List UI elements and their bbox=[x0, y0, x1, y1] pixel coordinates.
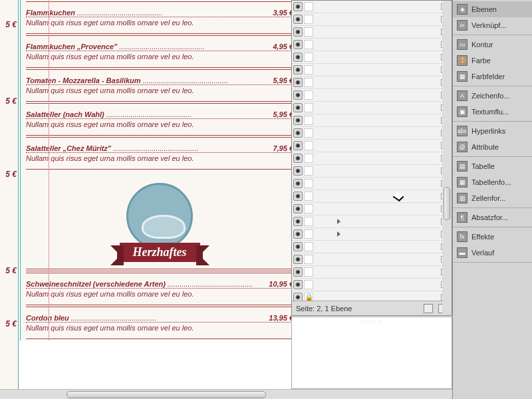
lock-cell[interactable] bbox=[304, 141, 313, 150]
visibility-icon[interactable] bbox=[293, 217, 303, 226]
lock-cell[interactable] bbox=[304, 255, 313, 264]
layer-row[interactable] bbox=[292, 215, 452, 228]
visibility-icon[interactable] bbox=[293, 78, 303, 87]
menu-item[interactable]: Flammkuchen „Provence" .................… bbox=[21, 41, 291, 62]
panel-tab-farbe[interactable]: 🎨Farbe bbox=[453, 53, 532, 68]
lock-cell[interactable] bbox=[304, 53, 313, 62]
visibility-icon[interactable] bbox=[293, 267, 303, 277]
layer-row[interactable] bbox=[292, 26, 452, 39]
panel-dock[interactable]: ◈Ebenen∞Verknüpf...▭Kontur🎨Farbe▦Farbfel… bbox=[452, 0, 532, 399]
visibility-icon[interactable] bbox=[293, 128, 303, 138]
layers-scrollbar[interactable] bbox=[442, 1, 452, 301]
panel-tab-attribute[interactable]: @Attribute bbox=[453, 139, 532, 155]
layer-row[interactable]: 🔒 bbox=[292, 291, 452, 301]
visibility-icon[interactable] bbox=[293, 27, 303, 37]
layer-row[interactable] bbox=[292, 165, 452, 178]
lock-cell[interactable] bbox=[304, 128, 313, 138]
visibility-icon[interactable] bbox=[293, 103, 303, 112]
layers-panel[interactable]: 🔒 Seite: 2, 1 Ebene bbox=[291, 0, 452, 316]
visibility-icon[interactable] bbox=[293, 242, 303, 251]
visibility-icon[interactable] bbox=[293, 255, 303, 264]
menu-item[interactable]: Schweineschnitzel (verschiedene Arten) .… bbox=[21, 279, 291, 299]
layer-row[interactable] bbox=[292, 114, 452, 127]
new-layer-icon[interactable] bbox=[424, 304, 433, 313]
layer-row[interactable] bbox=[292, 39, 452, 51]
panel-tab-zellenfor[interactable]: ▥Zellenfor... bbox=[453, 190, 532, 206]
menu-item[interactable]: Salatteller „Chez Müritz" ..............… bbox=[21, 143, 291, 164]
lock-cell[interactable] bbox=[304, 78, 313, 87]
panel-tab-farbfelder[interactable]: ▦Farbfelder bbox=[453, 68, 532, 84]
visibility-icon[interactable] bbox=[293, 40, 303, 49]
layer-row[interactable] bbox=[292, 178, 452, 190]
layer-row[interactable] bbox=[292, 102, 452, 114]
lock-cell[interactable] bbox=[304, 27, 313, 37]
visibility-icon[interactable] bbox=[293, 53, 303, 62]
layer-row[interactable] bbox=[292, 76, 452, 89]
visibility-icon[interactable] bbox=[293, 166, 303, 176]
menu-item[interactable]: Cordon bleu ............................… bbox=[21, 313, 291, 333]
panel-tab-tabellenfo[interactable]: ▦Tabellenfo... bbox=[453, 174, 532, 190]
layer-row[interactable] bbox=[292, 203, 452, 215]
expand-icon[interactable] bbox=[337, 231, 340, 237]
visibility-icon[interactable] bbox=[293, 154, 303, 163]
visibility-icon[interactable] bbox=[293, 293, 303, 301]
lock-cell[interactable] bbox=[304, 154, 313, 163]
panel-tab-absatzfor[interactable]: ¶Absatzfor... bbox=[453, 209, 532, 225]
lock-cell[interactable] bbox=[304, 280, 313, 289]
layer-row[interactable] bbox=[292, 64, 452, 76]
lock-cell[interactable] bbox=[304, 90, 313, 100]
layer-row[interactable] bbox=[292, 266, 452, 279]
layer-row[interactable] bbox=[292, 241, 452, 253]
horizontal-scrollbar[interactable] bbox=[0, 389, 452, 399]
layer-row[interactable] bbox=[292, 127, 452, 140]
visibility-icon[interactable] bbox=[293, 65, 303, 74]
lock-cell[interactable] bbox=[304, 116, 313, 125]
visibility-icon[interactable] bbox=[293, 192, 303, 201]
lock-cell[interactable] bbox=[304, 229, 313, 239]
panel-tab-verlauf[interactable]: ▬Verlauf bbox=[453, 245, 532, 261]
panel-tab-textumflu[interactable]: ▣Textumflu... bbox=[453, 104, 532, 120]
panel-tab-hyperlinks[interactable]: abcHyperlinks bbox=[453, 123, 532, 139]
lock-cell[interactable] bbox=[304, 40, 313, 49]
layer-row[interactable] bbox=[292, 190, 452, 203]
lock-cell[interactable]: 🔒 bbox=[304, 293, 313, 301]
lock-cell[interactable] bbox=[304, 166, 313, 176]
lock-cell[interactable] bbox=[304, 2, 313, 11]
visibility-icon[interactable] bbox=[293, 15, 303, 24]
visibility-icon[interactable] bbox=[293, 116, 303, 125]
menu-item[interactable]: Tomaten - Mozzarella - Basilikum .......… bbox=[21, 75, 291, 96]
lock-cell[interactable] bbox=[304, 267, 313, 277]
panel-tab-effekte[interactable]: fxEffekte bbox=[453, 229, 532, 245]
visibility-icon[interactable] bbox=[293, 2, 303, 11]
layer-row[interactable] bbox=[292, 152, 452, 165]
panel-tab-kontur[interactable]: ▭Kontur bbox=[453, 37, 532, 53]
layer-row[interactable] bbox=[292, 279, 452, 291]
menu-item[interactable]: Flammkuchen ............................… bbox=[21, 7, 291, 28]
layer-row[interactable] bbox=[292, 51, 452, 64]
lock-cell[interactable] bbox=[304, 217, 313, 226]
visibility-icon[interactable] bbox=[293, 280, 303, 289]
panel-tab-verknpf[interactable]: ∞Verknüpf... bbox=[453, 17, 532, 33]
panel-tab-ebenen[interactable]: ◈Ebenen bbox=[453, 1, 532, 17]
visibility-icon[interactable] bbox=[293, 204, 303, 213]
visibility-icon[interactable] bbox=[293, 229, 303, 239]
menu-item[interactable]: Salatteller (nach Wahl) ................… bbox=[21, 109, 291, 130]
document-canvas[interactable]: 5 € 5 € 5 € 5 € 5 € Flammkuchen ........… bbox=[0, 0, 291, 389]
lock-cell[interactable] bbox=[304, 179, 313, 188]
lock-cell[interactable] bbox=[304, 15, 313, 24]
layer-row[interactable] bbox=[292, 89, 452, 102]
lock-cell[interactable] bbox=[304, 192, 313, 201]
layer-list[interactable]: 🔒 bbox=[292, 1, 452, 301]
lock-cell[interactable] bbox=[304, 204, 313, 213]
visibility-icon[interactable] bbox=[293, 179, 303, 188]
lock-cell[interactable] bbox=[304, 65, 313, 74]
lock-cell[interactable] bbox=[304, 242, 313, 251]
layer-row[interactable] bbox=[292, 13, 452, 26]
layer-row[interactable] bbox=[292, 1, 452, 13]
layer-row[interactable] bbox=[292, 140, 452, 152]
panel-tab-tabelle[interactable]: ▤Tabelle bbox=[453, 158, 532, 174]
layer-row[interactable] bbox=[292, 228, 452, 241]
visibility-icon[interactable] bbox=[293, 141, 303, 150]
menu-page[interactable]: Flammkuchen ............................… bbox=[20, 0, 291, 340]
layer-row[interactable] bbox=[292, 253, 452, 266]
